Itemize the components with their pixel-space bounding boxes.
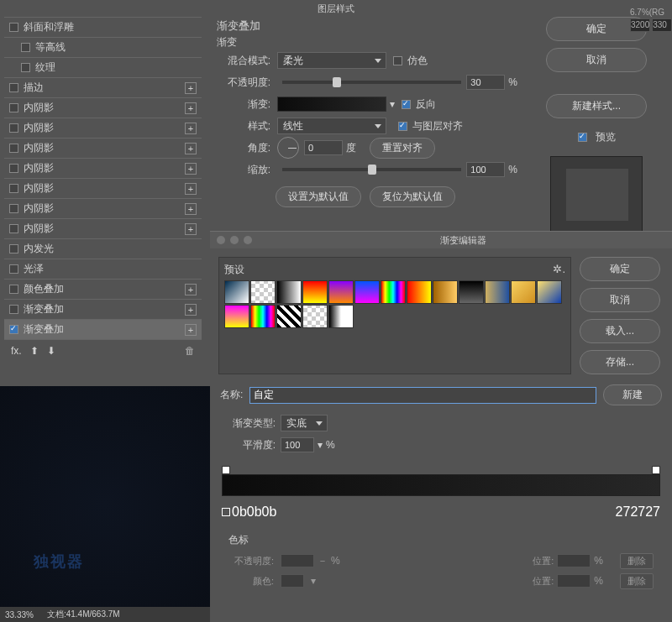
add-effect-icon[interactable]: + xyxy=(185,183,197,195)
style-checkbox[interactable] xyxy=(9,305,18,314)
add-effect-icon[interactable]: + xyxy=(185,82,197,94)
scale-input[interactable] xyxy=(466,162,505,177)
preset-swatch-4[interactable] xyxy=(328,280,354,304)
gradient-editor-titlebar[interactable]: 渐变编辑器 xyxy=(210,232,672,248)
style-row-8[interactable]: 内阴影 + xyxy=(4,178,202,198)
style-checkbox[interactable] xyxy=(9,103,18,112)
preset-swatch-14[interactable] xyxy=(250,305,276,328)
smoothness-input[interactable] xyxy=(281,437,314,452)
stop-color-chip[interactable] xyxy=(281,574,304,588)
style-row-3[interactable]: 描边 + xyxy=(4,77,202,97)
trash-icon[interactable]: 🗑 xyxy=(185,345,195,357)
preset-swatch-3[interactable] xyxy=(302,280,328,304)
angle-dial[interactable] xyxy=(277,137,299,159)
gradient-name-input[interactable] xyxy=(249,387,596,404)
add-effect-icon[interactable]: + xyxy=(185,102,197,114)
style-row-12[interactable]: 光泽 xyxy=(4,259,202,279)
align-checkbox[interactable] xyxy=(398,122,407,131)
ge-cancel-button[interactable]: 取消 xyxy=(580,288,660,312)
stop-opacity-input[interactable] xyxy=(281,554,314,567)
preset-swatch-1[interactable] xyxy=(250,280,276,304)
style-checkbox[interactable] xyxy=(21,43,30,52)
preset-swatch-13[interactable] xyxy=(224,305,249,328)
style-row-2[interactable]: 纹理 xyxy=(4,57,202,77)
style-checkbox[interactable] xyxy=(9,184,18,193)
add-effect-icon[interactable]: + xyxy=(185,223,197,235)
style-checkbox[interactable] xyxy=(9,244,18,254)
style-checkbox[interactable] xyxy=(9,285,18,294)
arrow-down-icon[interactable]: ⬇ xyxy=(47,345,55,357)
chevron-down-icon[interactable]: ▾ xyxy=(314,439,326,451)
style-checkbox[interactable] xyxy=(9,123,18,133)
style-checkbox[interactable] xyxy=(9,23,18,32)
preset-swatch-8[interactable] xyxy=(433,280,458,304)
presets-gear-icon[interactable]: ✲. xyxy=(553,263,565,277)
opacity-slider[interactable] xyxy=(282,81,461,84)
preview-checkbox[interactable] xyxy=(578,133,587,142)
preset-swatch-10[interactable] xyxy=(485,280,510,304)
opacity-stop-left[interactable] xyxy=(222,466,230,474)
style-row-6[interactable]: 内阴影 + xyxy=(4,138,202,158)
cancel-button[interactable]: 取消 xyxy=(546,48,647,72)
style-checkbox[interactable] xyxy=(9,83,18,92)
gradient-swatch[interactable] xyxy=(277,97,386,112)
stop-color-delete-button[interactable]: 删除 xyxy=(620,573,654,589)
preset-swatch-17[interactable] xyxy=(328,305,354,328)
window-zoom-icon[interactable] xyxy=(244,236,252,244)
ge-save-button[interactable]: 存储... xyxy=(580,350,660,374)
stop-position-input[interactable] xyxy=(557,554,591,567)
reverse-checkbox[interactable] xyxy=(402,100,411,109)
new-style-button[interactable]: 新建样式... xyxy=(546,94,647,118)
gradient-bar[interactable] xyxy=(222,474,660,496)
preset-swatch-0[interactable] xyxy=(224,280,249,304)
style-row-11[interactable]: 内发光 xyxy=(4,238,202,259)
dither-checkbox[interactable] xyxy=(393,56,402,65)
preset-swatch-7[interactable] xyxy=(407,280,432,304)
ge-load-button[interactable]: 载入... xyxy=(580,319,660,343)
style-checkbox[interactable] xyxy=(9,164,18,173)
opacity-stop-right[interactable] xyxy=(652,466,660,474)
style-row-5[interactable]: 内阴影 + xyxy=(4,118,202,138)
preset-swatch-16[interactable] xyxy=(302,305,328,328)
stop-delete-button[interactable]: 删除 xyxy=(620,553,654,569)
style-checkbox[interactable] xyxy=(9,325,18,334)
blend-mode-select[interactable]: 柔光 xyxy=(277,52,386,69)
scale-slider[interactable] xyxy=(282,168,461,171)
style-row-1[interactable]: 等高线 xyxy=(4,37,202,57)
add-effect-icon[interactable]: + xyxy=(185,324,197,336)
style-row-4[interactable]: 内阴影 + xyxy=(4,97,202,118)
style-checkbox[interactable] xyxy=(9,204,18,213)
add-effect-icon[interactable]: + xyxy=(185,123,197,134)
gradient-type-select[interactable]: 实底 xyxy=(281,415,328,431)
style-checkbox[interactable] xyxy=(9,264,18,274)
style-checkbox[interactable] xyxy=(9,144,18,153)
canvas[interactable]: 独视器 xyxy=(0,386,210,622)
add-effect-icon[interactable]: + xyxy=(185,163,197,175)
window-minimize-icon[interactable] xyxy=(230,236,239,244)
preset-swatch-5[interactable] xyxy=(354,280,380,304)
preset-swatch-15[interactable] xyxy=(276,305,302,328)
preset-swatch-12[interactable] xyxy=(537,280,562,304)
reset-align-button[interactable]: 重置对齐 xyxy=(370,138,435,159)
style-row-13[interactable]: 颜色叠加 + xyxy=(4,279,202,299)
gradient-chevron-icon[interactable]: ▾ xyxy=(386,98,398,110)
add-effect-icon[interactable]: + xyxy=(185,284,197,295)
chevron-down-icon[interactable]: ▾ xyxy=(307,575,319,587)
style-checkbox[interactable] xyxy=(9,224,18,233)
preset-swatch-9[interactable] xyxy=(459,280,484,304)
style-row-10[interactable]: 内阴影 + xyxy=(4,218,202,238)
arrow-up-icon[interactable]: ⬆ xyxy=(30,345,39,357)
set-default-button[interactable]: 设置为默认值 xyxy=(276,186,361,207)
window-close-icon[interactable] xyxy=(217,236,225,244)
style-row-9[interactable]: 内阴影 + xyxy=(4,198,202,218)
preset-swatch-2[interactable] xyxy=(276,280,302,304)
ge-ok-button[interactable]: 确定 xyxy=(580,257,660,281)
add-effect-icon[interactable]: + xyxy=(185,203,197,215)
style-row-7[interactable]: 内阴影 + xyxy=(4,158,202,178)
opacity-input[interactable] xyxy=(466,75,505,90)
ge-new-button[interactable]: 新建 xyxy=(603,384,662,405)
reset-default-button[interactable]: 复位为默认值 xyxy=(370,186,455,207)
stop-color-position-input[interactable] xyxy=(557,574,591,588)
style-row-15[interactable]: 渐变叠加 + xyxy=(4,319,202,339)
angle-input[interactable] xyxy=(304,140,343,155)
